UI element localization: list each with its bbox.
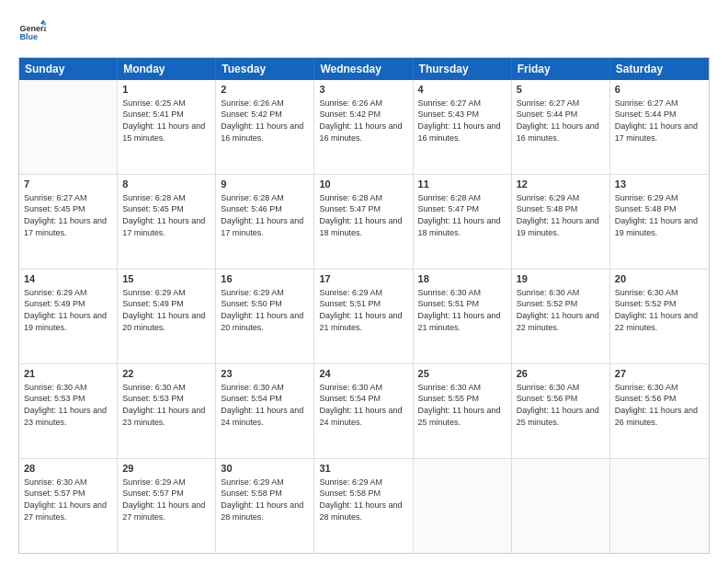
cell-info: Sunrise: 6:30 AM Sunset: 5:54 PM Dayligh… — [319, 382, 407, 428]
cell-info: Sunrise: 6:29 AM Sunset: 5:48 PM Dayligh… — [615, 192, 704, 238]
calendar-cell: 4Sunrise: 6:27 AM Sunset: 5:43 PM Daylig… — [414, 80, 512, 174]
day-number: 11 — [418, 178, 506, 191]
cell-info: Sunrise: 6:28 AM Sunset: 5:45 PM Dayligh… — [122, 192, 210, 238]
calendar-cell: 11Sunrise: 6:28 AM Sunset: 5:47 PM Dayli… — [414, 175, 512, 269]
day-number: 6 — [615, 83, 704, 97]
day-number: 3 — [319, 83, 407, 97]
header-day-tuesday: Tuesday — [216, 58, 314, 80]
day-number: 23 — [221, 367, 309, 381]
calendar-cell: 31Sunrise: 6:29 AM Sunset: 5:58 PM Dayli… — [314, 459, 413, 553]
calendar-cell: 3Sunrise: 6:26 AM Sunset: 5:42 PM Daylig… — [314, 80, 413, 174]
header-day-sunday: Sunday — [19, 58, 118, 80]
cell-info: Sunrise: 6:30 AM Sunset: 5:51 PM Dayligh… — [418, 287, 506, 333]
cell-info: Sunrise: 6:29 AM Sunset: 5:57 PM Dayligh… — [122, 477, 210, 523]
day-number: 25 — [418, 367, 506, 381]
day-number: 20 — [615, 272, 704, 286]
day-number: 21 — [24, 367, 112, 381]
day-number: 9 — [221, 178, 309, 191]
calendar-cell — [19, 80, 118, 174]
cell-info: Sunrise: 6:30 AM Sunset: 5:55 PM Dayligh… — [418, 382, 506, 428]
day-number: 15 — [122, 272, 210, 286]
cell-info: Sunrise: 6:30 AM Sunset: 5:52 PM Dayligh… — [517, 287, 605, 333]
calendar-header: SundayMondayTuesdayWednesdayThursdayFrid… — [19, 58, 709, 80]
cell-info: Sunrise: 6:27 AM Sunset: 5:45 PM Dayligh… — [24, 192, 112, 238]
day-number: 5 — [517, 83, 605, 97]
calendar-cell: 9Sunrise: 6:28 AM Sunset: 5:46 PM Daylig… — [216, 175, 314, 269]
day-number: 12 — [517, 178, 605, 191]
day-number: 19 — [517, 272, 605, 286]
cell-info: Sunrise: 6:27 AM Sunset: 5:43 PM Dayligh… — [418, 98, 506, 144]
cell-info: Sunrise: 6:29 AM Sunset: 5:48 PM Dayligh… — [517, 192, 605, 238]
cell-info: Sunrise: 6:28 AM Sunset: 5:47 PM Dayligh… — [418, 192, 506, 238]
calendar-cell — [610, 459, 709, 553]
day-number: 10 — [319, 178, 407, 191]
calendar-cell: 27Sunrise: 6:30 AM Sunset: 5:56 PM Dayli… — [610, 364, 709, 458]
cell-info: Sunrise: 6:29 AM Sunset: 5:49 PM Dayligh… — [24, 287, 112, 333]
calendar-cell: 28Sunrise: 6:30 AM Sunset: 5:57 PM Dayli… — [19, 459, 118, 553]
day-number: 7 — [24, 178, 112, 191]
calendar-row-4: 28Sunrise: 6:30 AM Sunset: 5:57 PM Dayli… — [19, 458, 709, 553]
calendar-cell: 14Sunrise: 6:29 AM Sunset: 5:49 PM Dayli… — [19, 270, 118, 363]
cell-info: Sunrise: 6:29 AM Sunset: 5:58 PM Dayligh… — [319, 477, 407, 523]
cell-info: Sunrise: 6:30 AM Sunset: 5:56 PM Dayligh… — [615, 382, 704, 428]
cell-info: Sunrise: 6:30 AM Sunset: 5:57 PM Dayligh… — [24, 477, 112, 523]
calendar-cell: 12Sunrise: 6:29 AM Sunset: 5:48 PM Dayli… — [512, 175, 610, 269]
day-number: 27 — [615, 367, 704, 381]
calendar-cell: 10Sunrise: 6:28 AM Sunset: 5:47 PM Dayli… — [314, 175, 413, 269]
day-number: 29 — [122, 462, 210, 476]
calendar-row-3: 21Sunrise: 6:30 AM Sunset: 5:53 PM Dayli… — [19, 363, 709, 458]
cell-info: Sunrise: 6:27 AM Sunset: 5:44 PM Dayligh… — [615, 98, 704, 144]
day-number: 22 — [122, 367, 210, 381]
calendar-cell: 7Sunrise: 6:27 AM Sunset: 5:45 PM Daylig… — [19, 175, 118, 269]
day-number: 4 — [418, 83, 506, 97]
cell-info: Sunrise: 6:30 AM Sunset: 5:54 PM Dayligh… — [221, 382, 309, 428]
calendar-row-2: 14Sunrise: 6:29 AM Sunset: 5:49 PM Dayli… — [19, 269, 709, 363]
logo: General Blue — [18, 18, 46, 46]
calendar-cell: 1Sunrise: 6:25 AM Sunset: 5:41 PM Daylig… — [118, 80, 216, 174]
cell-info: Sunrise: 6:30 AM Sunset: 5:56 PM Dayligh… — [517, 382, 605, 428]
calendar-cell: 23Sunrise: 6:30 AM Sunset: 5:54 PM Dayli… — [216, 364, 314, 458]
calendar-cell: 5Sunrise: 6:27 AM Sunset: 5:44 PM Daylig… — [512, 80, 610, 174]
day-number: 30 — [221, 462, 309, 476]
day-number: 26 — [517, 367, 605, 381]
day-number: 31 — [319, 462, 407, 476]
calendar-cell: 25Sunrise: 6:30 AM Sunset: 5:55 PM Dayli… — [414, 364, 512, 458]
day-number: 13 — [615, 178, 704, 191]
header: General Blue — [18, 18, 710, 46]
calendar-cell: 16Sunrise: 6:29 AM Sunset: 5:50 PM Dayli… — [216, 270, 314, 363]
svg-text:Blue: Blue — [20, 32, 39, 41]
cell-info: Sunrise: 6:26 AM Sunset: 5:42 PM Dayligh… — [221, 98, 309, 144]
day-number: 24 — [319, 367, 407, 381]
calendar-cell — [512, 459, 610, 553]
day-number: 17 — [319, 272, 407, 286]
cell-info: Sunrise: 6:29 AM Sunset: 5:50 PM Dayligh… — [221, 287, 309, 333]
cell-info: Sunrise: 6:26 AM Sunset: 5:42 PM Dayligh… — [319, 98, 407, 144]
calendar-row-1: 7Sunrise: 6:27 AM Sunset: 5:45 PM Daylig… — [19, 174, 709, 269]
header-day-friday: Friday — [512, 58, 610, 80]
cell-info: Sunrise: 6:30 AM Sunset: 5:52 PM Dayligh… — [615, 287, 704, 333]
calendar-cell: 22Sunrise: 6:30 AM Sunset: 5:53 PM Dayli… — [118, 364, 216, 458]
calendar-page: General Blue SundayMondayTuesdayWednesda… — [0, 0, 728, 563]
cell-info: Sunrise: 6:28 AM Sunset: 5:46 PM Dayligh… — [221, 192, 309, 238]
cell-info: Sunrise: 6:29 AM Sunset: 5:58 PM Dayligh… — [221, 477, 309, 523]
cell-info: Sunrise: 6:30 AM Sunset: 5:53 PM Dayligh… — [24, 382, 112, 428]
day-number: 8 — [122, 178, 210, 191]
day-number: 1 — [122, 83, 210, 97]
calendar-row-0: 1Sunrise: 6:25 AM Sunset: 5:41 PM Daylig… — [19, 80, 709, 174]
day-number: 16 — [221, 272, 309, 286]
calendar-cell: 19Sunrise: 6:30 AM Sunset: 5:52 PM Dayli… — [512, 270, 610, 363]
cell-info: Sunrise: 6:27 AM Sunset: 5:44 PM Dayligh… — [517, 98, 605, 144]
header-day-saturday: Saturday — [610, 58, 709, 80]
calendar-cell: 21Sunrise: 6:30 AM Sunset: 5:53 PM Dayli… — [19, 364, 118, 458]
calendar-cell: 15Sunrise: 6:29 AM Sunset: 5:49 PM Dayli… — [118, 270, 216, 363]
calendar-body: 1Sunrise: 6:25 AM Sunset: 5:41 PM Daylig… — [19, 80, 709, 553]
logo-icon: General Blue — [18, 18, 46, 46]
day-number: 28 — [24, 462, 112, 476]
cell-info: Sunrise: 6:28 AM Sunset: 5:47 PM Dayligh… — [319, 192, 407, 238]
calendar-cell: 13Sunrise: 6:29 AM Sunset: 5:48 PM Dayli… — [610, 175, 709, 269]
calendar-cell: 30Sunrise: 6:29 AM Sunset: 5:58 PM Dayli… — [216, 459, 314, 553]
calendar-cell: 24Sunrise: 6:30 AM Sunset: 5:54 PM Dayli… — [314, 364, 413, 458]
calendar-cell: 26Sunrise: 6:30 AM Sunset: 5:56 PM Dayli… — [512, 364, 610, 458]
day-number: 2 — [221, 83, 309, 97]
header-day-thursday: Thursday — [414, 58, 512, 80]
